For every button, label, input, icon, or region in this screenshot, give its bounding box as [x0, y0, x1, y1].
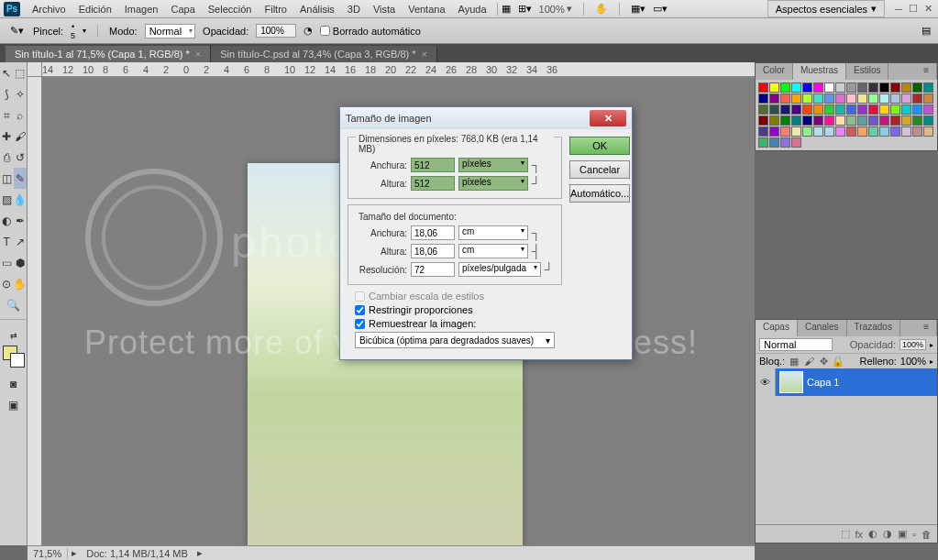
dialog-close-button[interactable]: ✕ [590, 110, 626, 126]
swatch[interactable] [791, 82, 801, 93]
swatch[interactable] [923, 82, 933, 93]
screen-mode-icon[interactable]: ▭▾ [653, 3, 668, 15]
swatch[interactable] [758, 93, 768, 104]
swatch[interactable] [791, 126, 801, 137]
swatch[interactable] [868, 115, 878, 126]
pen-tool[interactable]: ✒ [14, 210, 28, 231]
menu-archivo[interactable]: Archivo [26, 2, 72, 16]
menu-ventana[interactable]: Ventana [402, 2, 451, 16]
auto-erase-checkbox[interactable]: Borrado automático [320, 26, 421, 37]
panel-menu-icon[interactable]: ≡ [916, 63, 937, 80]
swatch[interactable] [912, 82, 922, 93]
swatch[interactable] [780, 93, 790, 104]
blend-mode-dropdown[interactable]: Normal [145, 24, 195, 38]
swatch[interactable] [879, 93, 889, 104]
swatch[interactable] [912, 115, 922, 126]
background-color[interactable] [10, 353, 25, 368]
swatch[interactable] [824, 126, 834, 137]
swatch[interactable] [912, 126, 922, 137]
menu-imagen[interactable]: Imagen [118, 2, 165, 16]
swatch[interactable] [791, 93, 801, 104]
swatch[interactable] [857, 115, 867, 126]
swatch[interactable] [780, 104, 790, 115]
swatch[interactable] [824, 115, 834, 126]
layer-opacity-value[interactable]: 100% [899, 339, 926, 350]
swatch[interactable] [868, 93, 878, 104]
swatch[interactable] [758, 137, 768, 148]
menu-analisis[interactable]: Análisis [293, 2, 341, 16]
zoom-dropdown[interactable]: 100%▾ [539, 3, 572, 15]
brush-size-value[interactable]: 5 [71, 31, 75, 40]
layer-row[interactable]: 👁 Capa 1 [756, 368, 937, 396]
zoom-level[interactable]: 71,5% [28, 548, 68, 559]
doc-height-input[interactable] [411, 244, 455, 258]
lock-all-icon[interactable]: 🔒 [833, 356, 844, 367]
path-tool[interactable]: ↗ [14, 231, 28, 252]
menu-3d[interactable]: 3D [341, 2, 367, 16]
menu-seleccion[interactable]: Selección [202, 2, 259, 16]
cancel-button[interactable]: Cancelar [569, 160, 630, 179]
swatch[interactable] [923, 126, 933, 137]
workspace-dropdown[interactable]: Aspectos esenciales▾ [767, 0, 885, 17]
pencil-tool[interactable]: ✎ [14, 168, 28, 189]
swatch[interactable] [813, 93, 823, 104]
swatch[interactable] [758, 104, 768, 115]
new-layer-icon[interactable]: ▫ [912, 529, 916, 540]
swatch[interactable] [802, 93, 812, 104]
swatch[interactable] [923, 115, 933, 126]
opacity-value[interactable]: 100% [256, 24, 296, 38]
adjustment-icon[interactable]: ◑ [883, 528, 892, 540]
swatch[interactable] [923, 104, 933, 115]
pixel-width-unit[interactable]: píxeles [458, 158, 528, 172]
mask-icon[interactable]: ◐ [868, 528, 877, 540]
resample-checkbox[interactable]: Remuestrear la imagen: [355, 318, 562, 329]
swatch[interactable] [769, 137, 779, 148]
blur-tool[interactable]: 💧 [13, 189, 27, 210]
doc-height-unit[interactable]: cm [458, 244, 528, 258]
swatch[interactable] [835, 115, 845, 126]
tab-canales[interactable]: Canales [798, 320, 847, 336]
wand-tool[interactable]: ✧ [14, 83, 28, 104]
swatch[interactable] [813, 82, 823, 93]
dodge-tool[interactable]: ◐ [0, 210, 14, 231]
swatch[interactable] [846, 115, 856, 126]
extras-icon[interactable]: ⊞▾ [518, 3, 532, 15]
pixel-height-input[interactable] [411, 176, 455, 191]
swatch[interactable] [890, 82, 900, 93]
swatch[interactable] [890, 104, 900, 115]
swatch[interactable] [769, 82, 779, 93]
swatch[interactable] [879, 126, 889, 137]
swatch[interactable] [769, 126, 779, 137]
pixel-height-unit[interactable]: píxeles [458, 176, 528, 191]
heal-tool[interactable]: ✚ [0, 126, 14, 147]
ruler-origin[interactable] [28, 62, 42, 77]
stamp-tool[interactable]: ⎙ [0, 147, 14, 168]
layer-name[interactable]: Capa 1 [807, 377, 839, 388]
fx-icon[interactable]: fx [855, 529, 864, 540]
swatch[interactable] [846, 104, 856, 115]
swatch[interactable] [758, 115, 768, 126]
swatch[interactable] [835, 104, 845, 115]
eraser-tool[interactable]: ◫ [0, 168, 14, 189]
swatch[interactable] [769, 93, 779, 104]
menu-capa[interactable]: Capa [164, 2, 201, 16]
swatch[interactable] [769, 104, 779, 115]
pixel-width-input[interactable] [411, 158, 455, 172]
swatch[interactable] [846, 82, 856, 93]
crop-tool[interactable]: ⌗ [0, 104, 14, 126]
tablet-pressure-icon[interactable]: ◔ [303, 25, 313, 37]
tab-trazados[interactable]: Trazados [847, 320, 900, 336]
swatch[interactable] [890, 126, 900, 137]
hand-icon[interactable]: ✋ [595, 3, 608, 15]
swatch[interactable] [758, 82, 768, 93]
swatch[interactable] [868, 104, 878, 115]
swatch[interactable] [868, 126, 878, 137]
swatch[interactable] [901, 104, 911, 115]
doc-tab-2[interactable]: Sin título-C.psd al 73,4% (Capa 3, RGB/8… [211, 46, 437, 62]
swatch[interactable] [857, 93, 867, 104]
swatches-grid[interactable] [756, 80, 937, 150]
link-layers-icon[interactable]: ⬚ [841, 528, 850, 540]
resolution-unit[interactable]: píxeles/pulgada [458, 262, 541, 277]
swatch[interactable] [813, 104, 823, 115]
screenmode-icon[interactable]: ▣ [0, 394, 27, 415]
